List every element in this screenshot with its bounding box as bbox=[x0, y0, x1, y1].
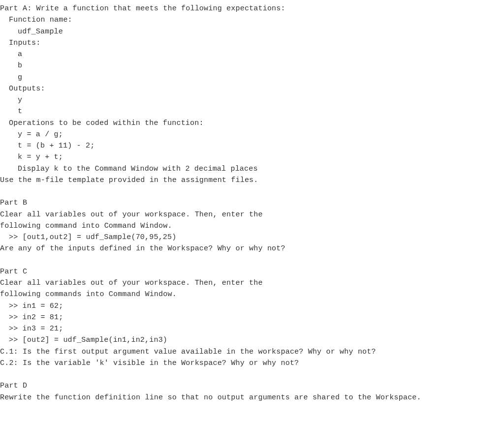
operation-line-3: k = y + t; bbox=[0, 151, 504, 163]
part-b-line-1: Clear all variables out of your workspac… bbox=[0, 209, 504, 220]
function-name-label: Function name: bbox=[0, 14, 504, 26]
part-c-title: Part C bbox=[0, 266, 504, 277]
part-b-command: >> [out1,out2] = udf_Sample(70,95,25) bbox=[0, 232, 504, 243]
part-b-question: Are any of the inputs defined in the Wor… bbox=[0, 243, 504, 254]
inputs-label: Inputs: bbox=[0, 37, 504, 49]
part-c-line-2: following commands into Command Window. bbox=[0, 289, 504, 300]
part-c-command-3: >> in3 = 21; bbox=[0, 323, 504, 334]
input-a: a bbox=[0, 49, 504, 60]
part-b-title: Part B bbox=[0, 197, 504, 209]
part-b-line-2: following command into Command Window. bbox=[0, 220, 504, 232]
part-d-line-1: Rewrite the function definition line so … bbox=[0, 392, 504, 403]
operation-line-4: Display k to the Command Window with 2 d… bbox=[0, 163, 504, 175]
part-c-question-2: C.2: Is the variable 'k' visible in the … bbox=[0, 358, 504, 369]
spacer bbox=[0, 369, 504, 380]
spacer bbox=[0, 186, 504, 197]
spacer bbox=[0, 255, 504, 266]
part-a-title: Part A: Write a function that meets the … bbox=[0, 3, 504, 14]
operation-line-1: y = a / g; bbox=[0, 129, 504, 140]
part-c-line-1: Clear all variables out of your workspac… bbox=[0, 277, 504, 289]
operations-label: Operations to be coded within the functi… bbox=[0, 118, 504, 129]
part-c-command-2: >> in2 = 81; bbox=[0, 312, 504, 323]
output-y: y bbox=[0, 94, 504, 106]
part-a-note: Use the m-file template provided in the … bbox=[0, 175, 504, 186]
part-d-title: Part D bbox=[0, 380, 504, 391]
outputs-label: Outputs: bbox=[0, 83, 504, 94]
function-name: udf_Sample bbox=[0, 26, 504, 37]
part-c-question-1: C.1: Is the first output argument value … bbox=[0, 346, 504, 358]
operation-line-2: t = (b + 11) - 2; bbox=[0, 140, 504, 151]
document-body: Part A: Write a function that meets the … bbox=[0, 0, 504, 403]
part-c-command-4: >> [out2] = udf_Sample(in1,in2,in3) bbox=[0, 334, 504, 346]
input-b: b bbox=[0, 60, 504, 71]
output-t: t bbox=[0, 106, 504, 117]
part-c-command-1: >> in1 = 62; bbox=[0, 301, 504, 312]
input-g: g bbox=[0, 72, 504, 83]
